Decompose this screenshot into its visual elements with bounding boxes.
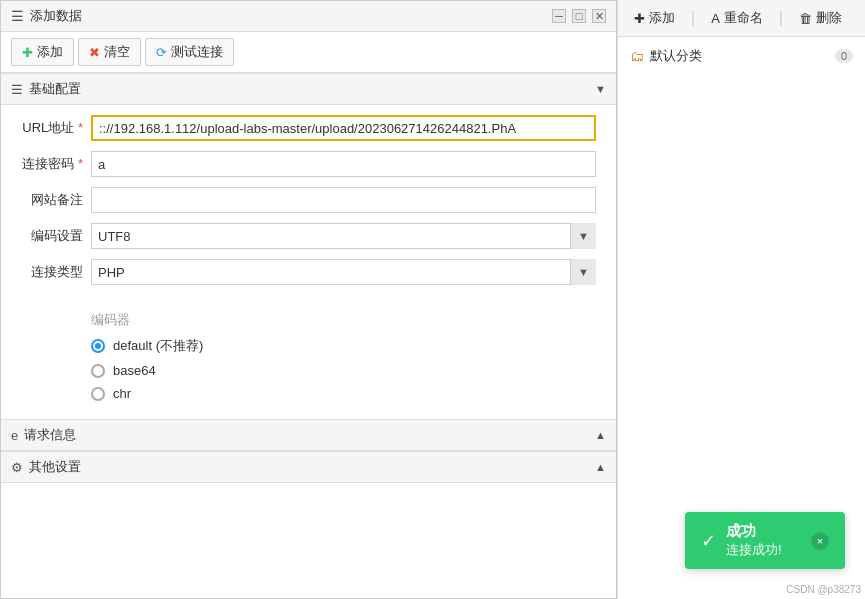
right-add-icon: ✚ [634, 11, 645, 26]
window-controls: ─ □ ✕ [552, 9, 606, 23]
encoder-section: 编码器 default (不推荐) base64 chr [1, 305, 616, 419]
conntype-row: 连接类型 PHP ASP ASPX ▼ [21, 259, 596, 285]
sep1: | [691, 9, 695, 27]
minimize-button[interactable]: ─ [552, 9, 566, 23]
right-rename-icon: A [711, 11, 720, 26]
main-toolbar: ✚ 添加 ✖ 清空 ⟳ 测试连接 [1, 32, 616, 73]
conntype-select-wrapper: PHP ASP ASPX ▼ [91, 259, 596, 285]
clear-button[interactable]: ✖ 清空 [78, 38, 141, 66]
right-delete-label: 删除 [816, 9, 842, 27]
toast-check-icon: ✓ [701, 530, 716, 552]
radio-default[interactable]: default (不推荐) [21, 337, 596, 355]
form-container: ☰ 基础配置 ▼ URL地址 * 连接密码 * [1, 73, 616, 598]
request-info-chevron: ▲ [595, 429, 606, 441]
radio-base64[interactable]: base64 [21, 363, 596, 378]
panel-title: 添加数据 [30, 7, 82, 25]
category-count: 0 [835, 49, 853, 63]
encoder-label: 编码器 [21, 311, 596, 329]
other-settings-label: 其他设置 [29, 458, 81, 476]
encoding-label: 编码设置 [21, 227, 91, 245]
title-icon: ☰ [11, 8, 24, 24]
right-delete-icon: 🗑 [799, 11, 812, 26]
request-info-icon: e [11, 428, 18, 443]
radio-chr[interactable]: chr [21, 386, 596, 401]
encoding-select-wrapper: UTF8 GBK UTF-16 ▼ [91, 223, 596, 249]
watermark: CSDN @p38273 [786, 584, 861, 595]
category-folder-icon: 🗂 [630, 48, 644, 64]
toast-subtitle: 连接成功! [726, 541, 782, 559]
category-item-default[interactable]: 🗂 默认分类 0 [624, 43, 859, 69]
basic-config-icon: ☰ [11, 82, 23, 97]
right-delete-button[interactable]: 🗑 删除 [791, 6, 850, 30]
clear-icon: ✖ [89, 45, 100, 60]
request-info-label: 请求信息 [24, 426, 76, 444]
radio-chr-circle[interactable] [91, 387, 105, 401]
category-name: 默认分类 [650, 47, 829, 65]
basic-config-header[interactable]: ☰ 基础配置 ▼ [1, 73, 616, 105]
radio-default-circle[interactable] [91, 339, 105, 353]
maximize-button[interactable]: □ [572, 9, 586, 23]
add-button[interactable]: ✚ 添加 [11, 38, 74, 66]
right-toolbar: ✚ 添加 | A 重命名 | 🗑 删除 [618, 0, 865, 37]
encoding-row: 编码设置 UTF8 GBK UTF-16 ▼ [21, 223, 596, 249]
clear-label: 清空 [104, 43, 130, 61]
radio-base64-circle[interactable] [91, 364, 105, 378]
url-required: * [78, 120, 83, 135]
password-input[interactable] [91, 151, 596, 177]
toast-close-button[interactable]: × [811, 532, 829, 550]
request-info-header[interactable]: e 请求信息 ▲ [1, 419, 616, 451]
right-rename-button[interactable]: A 重命名 [703, 6, 771, 30]
basic-config-label: 基础配置 [29, 80, 81, 98]
url-label: URL地址 * [21, 119, 91, 137]
radio-base64-label: base64 [113, 363, 156, 378]
note-input[interactable] [91, 187, 596, 213]
conntype-select[interactable]: PHP ASP ASPX [91, 259, 596, 285]
password-label: 连接密码 * [21, 155, 91, 173]
add-icon: ✚ [22, 45, 33, 60]
test-button[interactable]: ⟳ 测试连接 [145, 38, 234, 66]
other-settings-header[interactable]: ⚙ 其他设置 ▲ [1, 451, 616, 483]
right-add-label: 添加 [649, 9, 675, 27]
other-settings-icon: ⚙ [11, 460, 23, 475]
left-panel: ☰ 添加数据 ─ □ ✕ ✚ 添加 ✖ 清空 ⟳ 测试连接 ☰ 基础配置 [0, 0, 617, 599]
test-label: 测试连接 [171, 43, 223, 61]
basic-config-body: URL地址 * 连接密码 * 网站备注 编码设置 [1, 105, 616, 305]
basic-config-chevron: ▼ [595, 83, 606, 95]
note-label: 网站备注 [21, 191, 91, 209]
password-row: 连接密码 * [21, 151, 596, 177]
test-icon: ⟳ [156, 45, 167, 60]
toast-title: 成功 [726, 522, 782, 541]
right-rename-label: 重命名 [724, 9, 763, 27]
url-input[interactable] [91, 115, 596, 141]
conntype-label: 连接类型 [21, 263, 91, 281]
radio-chr-label: chr [113, 386, 131, 401]
right-add-button[interactable]: ✚ 添加 [626, 6, 683, 30]
radio-default-label: default (不推荐) [113, 337, 203, 355]
pwd-required: * [78, 156, 83, 171]
success-toast: ✓ 成功 连接成功! × [685, 512, 845, 569]
title-bar: ☰ 添加数据 ─ □ ✕ [1, 1, 616, 32]
other-settings-chevron: ▲ [595, 461, 606, 473]
note-row: 网站备注 [21, 187, 596, 213]
close-button[interactable]: ✕ [592, 9, 606, 23]
encoding-select[interactable]: UTF8 GBK UTF-16 [91, 223, 596, 249]
sep2: | [779, 9, 783, 27]
add-label: 添加 [37, 43, 63, 61]
url-row: URL地址 * [21, 115, 596, 141]
toast-content: 成功 连接成功! [726, 522, 782, 559]
right-panel: ✚ 添加 | A 重命名 | 🗑 删除 🗂 默认分类 0 ✓ 成功 连接成功! … [617, 0, 865, 599]
